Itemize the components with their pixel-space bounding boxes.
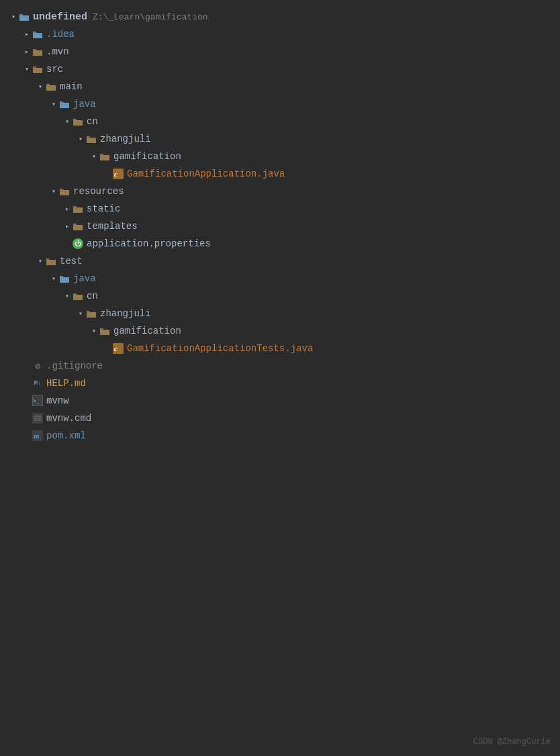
- expand-arrow: [21, 30, 32, 38]
- expand-arrow: [21, 48, 32, 56]
- folder-icon: [19, 13, 30, 21]
- item-label: static: [87, 203, 120, 214]
- markdown-icon: M↓: [32, 378, 43, 389]
- item-label: mvnw.cmd: [46, 413, 91, 424]
- expand-arrow: [35, 83, 46, 91]
- tree-item-mvn[interactable]: .mvn: [5, 43, 555, 60]
- java-file-icon: c: [113, 169, 124, 179]
- svg-text:c: c: [114, 170, 118, 178]
- java-file-icon: c: [113, 343, 124, 354]
- tree-item-resources[interactable]: resources: [5, 183, 555, 200]
- tree-item-root[interactable]: undefined Z:\_Learn\gamification: [5, 8, 555, 26]
- tree-item-java[interactable]: java: [5, 95, 555, 113]
- item-label: GamificationApplication.java: [127, 169, 285, 179]
- tree-item-mvnwcmd[interactable]: mvnw.cmd: [5, 410, 555, 427]
- expand-arrow: [62, 117, 73, 126]
- expand-arrow: [62, 292, 73, 300]
- folder-icon: [32, 30, 43, 39]
- tree-item-main[interactable]: main: [5, 78, 555, 95]
- spring-icon: ⏻: [73, 238, 83, 249]
- folder-icon: [86, 310, 97, 318]
- item-label: cn: [87, 116, 98, 127]
- tree-item-gamification-pkg[interactable]: gamification: [5, 148, 555, 165]
- folder-icon: [86, 135, 97, 144]
- pom-icon: m: [32, 430, 43, 441]
- expand-arrow: [89, 152, 99, 160]
- folder-icon: [59, 187, 70, 196]
- folder-icon: [59, 275, 70, 283]
- tree-item-static[interactable]: static: [5, 200, 555, 218]
- item-label: cn: [87, 291, 98, 301]
- svg-text:m: m: [34, 432, 40, 440]
- tree-item-test[interactable]: test: [5, 252, 555, 270]
- item-label: test: [60, 256, 83, 267]
- item-label: java: [73, 273, 96, 284]
- expand-arrow: [21, 65, 32, 73]
- tree-item-src[interactable]: src: [5, 60, 555, 78]
- watermark: CSDN @ZhangCurie: [473, 737, 551, 747]
- item-label: application.properties: [87, 238, 211, 249]
- svg-text:c: c: [114, 344, 118, 352]
- tree-item-GamificationApplicationTests[interactable]: cGamificationApplicationTests.java: [5, 340, 555, 357]
- tree-item-cn[interactable]: cn: [5, 113, 555, 130]
- item-label: gamification: [113, 326, 181, 336]
- folder-icon: [73, 222, 83, 231]
- folder-icon: [99, 327, 110, 336]
- item-label: java: [73, 99, 96, 109]
- item-label: .mvn: [46, 46, 69, 57]
- item-label: gamification: [113, 151, 181, 162]
- tree-item-GamificationApplication[interactable]: cGamificationApplication.java: [5, 165, 555, 183]
- folder-icon: [32, 48, 43, 56]
- mvnw-icon: >_: [32, 395, 43, 406]
- tree-item-helpmd[interactable]: M↓HELP.md: [5, 375, 555, 392]
- tree-item-test-gamification-pkg[interactable]: gamification: [5, 322, 555, 340]
- folder-icon: [73, 205, 83, 214]
- item-label: HELP.md: [46, 378, 86, 389]
- expand-arrow: [62, 205, 73, 213]
- item-label: templates: [87, 221, 138, 232]
- folder-icon: [99, 152, 110, 161]
- folder-icon: [46, 83, 56, 91]
- project-name-label: undefined: [33, 11, 87, 23]
- item-label: pom.xml: [46, 430, 86, 441]
- item-label: .idea: [46, 29, 75, 40]
- gitignore-icon: ⊘: [32, 361, 43, 371]
- expand-arrow: [75, 135, 86, 143]
- expand-arrow: [75, 310, 86, 318]
- folder-icon: [59, 100, 70, 109]
- expand-arrow: [35, 257, 46, 265]
- expand-arrow: [48, 275, 59, 283]
- item-label: main: [60, 81, 83, 92]
- tree-item-test-cn[interactable]: cn: [5, 287, 555, 305]
- expand-arrow: [48, 187, 59, 195]
- project-path-label: Z:\_Learn\gamification: [93, 12, 208, 22]
- folder-icon: [73, 292, 83, 301]
- tree-item-application-properties[interactable]: ⏻application.properties: [5, 235, 555, 252]
- file-tree: undefined Z:\_Learn\gamification .idea .…: [0, 0, 560, 453]
- tree-item-gitignore[interactable]: ⊘.gitignore: [5, 357, 555, 375]
- tree-item-pomxml[interactable]: mpom.xml: [5, 427, 555, 444]
- expand-arrow: [89, 327, 99, 335]
- tree-item-idea[interactable]: .idea: [5, 26, 555, 43]
- tree-item-zhangjuli[interactable]: zhangjuli: [5, 130, 555, 148]
- item-label: zhangjuli: [100, 134, 151, 144]
- item-label: GamificationApplicationTests.java: [127, 343, 313, 354]
- tree-item-test-zhangjuli[interactable]: zhangjuli: [5, 305, 555, 322]
- expand-arrow: [8, 13, 19, 21]
- tree-item-test-java[interactable]: java: [5, 270, 555, 287]
- item-label: zhangjuli: [100, 308, 151, 319]
- expand-arrow: [62, 222, 73, 230]
- item-label: mvnw: [46, 395, 69, 406]
- mvnwcmd-icon: [32, 413, 43, 424]
- folder-icon: [32, 65, 43, 74]
- item-label: src: [46, 64, 63, 75]
- svg-text:>_: >_: [33, 398, 40, 404]
- item-label: resources: [73, 186, 124, 197]
- item-label: .gitignore: [46, 361, 103, 371]
- tree-item-templates[interactable]: templates: [5, 218, 555, 235]
- folder-icon: [46, 257, 56, 266]
- tree-item-mvnw[interactable]: >_mvnw: [5, 392, 555, 410]
- folder-icon: [73, 117, 83, 126]
- expand-arrow: [48, 100, 59, 108]
